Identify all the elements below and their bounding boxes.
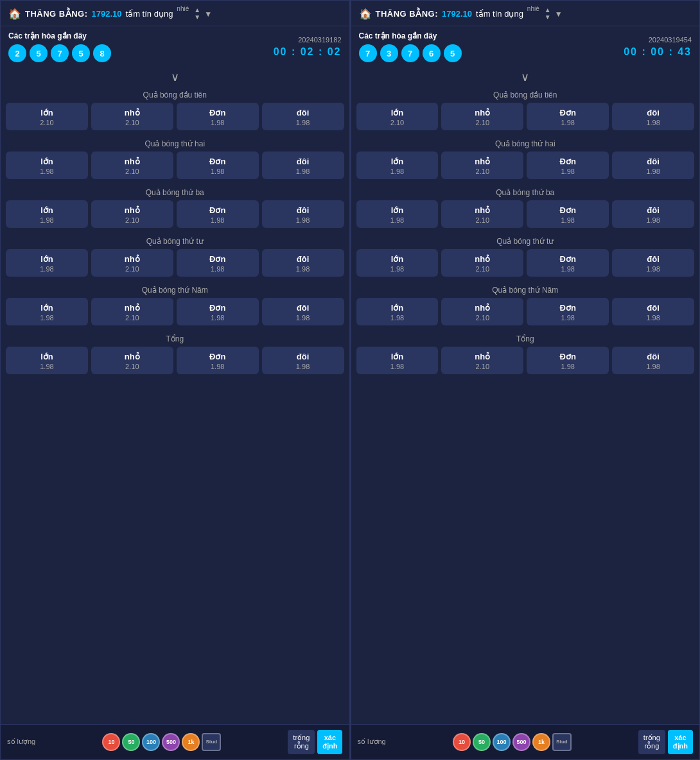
ball: 5 bbox=[444, 44, 462, 62]
bet-label: lớn bbox=[391, 108, 404, 117]
bottom-bar: số lượng10501005001kStudtrốngrỗngxácđịnh bbox=[1, 724, 349, 759]
bet-button-Đơn[interactable]: Đơn 1.98 bbox=[177, 151, 259, 179]
bet-odds: 1.98 bbox=[561, 119, 574, 126]
bet-button-Đơn[interactable]: Đơn 1.98 bbox=[177, 249, 259, 277]
bet-button-Đơn[interactable]: Đơn 1.98 bbox=[527, 347, 609, 374]
bet-button-đôi[interactable]: đôi 1.98 bbox=[612, 103, 694, 130]
bet-section-0: Quả bóng đầu tiên lớn 2.10 nhỏ 2.10 Đơn … bbox=[6, 87, 344, 130]
bet-button-lớn[interactable]: lớn 1.98 bbox=[6, 249, 88, 277]
bet-button-Đơn[interactable]: Đơn 1.98 bbox=[527, 103, 609, 130]
bet-button-Đơn[interactable]: Đơn 1.98 bbox=[177, 103, 259, 130]
bet-button-đôi[interactable]: đôi 1.98 bbox=[262, 347, 344, 374]
bet-button-nhỏ[interactable]: nhỏ 2.10 bbox=[441, 200, 523, 228]
bet-odds: 1.98 bbox=[211, 119, 224, 126]
header-arrows[interactable]: ▲ ▼ bbox=[545, 7, 551, 21]
bet-button-nhỏ[interactable]: nhỏ 2.10 bbox=[441, 249, 523, 277]
xac-dinh-button[interactable]: xácđịnh bbox=[317, 730, 342, 754]
chip-1k[interactable]: 1k bbox=[182, 733, 200, 751]
header-arrows[interactable]: ▲ ▼ bbox=[194, 7, 200, 21]
chip-500[interactable]: 500 bbox=[512, 733, 530, 751]
chevron-row[interactable]: ∨ bbox=[351, 65, 700, 87]
bet-button-nhỏ[interactable]: nhỏ 2.10 bbox=[441, 103, 523, 130]
bet-button-Đơn[interactable]: Đơn 1.98 bbox=[527, 151, 609, 179]
bet-button-đôi[interactable]: đôi 1.98 bbox=[612, 298, 694, 325]
bet-button-Đơn[interactable]: Đơn 1.98 bbox=[527, 200, 609, 228]
bet-odds: 2.10 bbox=[476, 168, 489, 175]
bet-button-lớn[interactable]: lớn 1.98 bbox=[6, 298, 88, 325]
bet-button-đôi[interactable]: đôi 1.98 bbox=[262, 151, 344, 179]
chip-10[interactable]: 10 bbox=[102, 733, 120, 751]
bet-odds: 1.98 bbox=[211, 168, 224, 175]
bet-button-đôi[interactable]: đôi 1.98 bbox=[612, 200, 694, 228]
bet-button-đôi[interactable]: đôi 1.98 bbox=[612, 151, 694, 179]
chevron-row[interactable]: ∨ bbox=[1, 65, 349, 87]
bet-button-đôi[interactable]: đôi 1.98 bbox=[262, 298, 344, 325]
bet-button-lớn[interactable]: lớn 1.98 bbox=[356, 200, 439, 228]
bet-button-nhỏ[interactable]: nhỏ 2.10 bbox=[91, 249, 173, 277]
bet-button-lớn[interactable]: lớn 1.98 bbox=[356, 298, 439, 325]
section-title: Quả bóng thứ hai bbox=[6, 135, 344, 151]
bet-button-lớn[interactable]: lớn 1.98 bbox=[6, 151, 88, 179]
chip-500[interactable]: 500 bbox=[162, 733, 180, 751]
chevron-down-icon[interactable]: ∨ bbox=[171, 70, 179, 84]
chip-Stud[interactable]: Stud bbox=[202, 733, 221, 751]
ball: 8 bbox=[93, 44, 111, 62]
section-title: Tổng bbox=[6, 331, 344, 347]
bet-button-nhỏ[interactable]: nhỏ 2.10 bbox=[91, 151, 173, 179]
bet-button-Đơn[interactable]: Đơn 1.98 bbox=[527, 298, 609, 325]
bet-button-lớn[interactable]: lớn 1.98 bbox=[356, 249, 439, 277]
chip-1k[interactable]: 1k bbox=[532, 733, 550, 751]
bet-label: lớn bbox=[40, 303, 53, 313]
chip-100[interactable]: 100 bbox=[142, 733, 160, 751]
home-icon[interactable]: 🏠 bbox=[8, 8, 21, 20]
bet-button-nhỏ[interactable]: nhỏ 2.10 bbox=[91, 298, 173, 325]
bet-section-1: Quả bóng thứ hai lớn 1.98 nhỏ 2.10 Đơn 1… bbox=[6, 135, 344, 179]
dropdown-arrow[interactable]: ▼ bbox=[555, 10, 563, 19]
bet-button-lớn[interactable]: lớn 2.10 bbox=[356, 103, 439, 130]
trong-rong-button[interactable]: trốngrỗng bbox=[638, 730, 665, 754]
chip-50[interactable]: 50 bbox=[473, 733, 491, 751]
bet-label: nhỏ bbox=[125, 352, 140, 361]
bet-button-nhỏ[interactable]: nhỏ 2.10 bbox=[91, 103, 173, 130]
bet-button-Đơn[interactable]: Đơn 1.98 bbox=[177, 298, 259, 325]
bet-button-lớn[interactable]: lớn 1.98 bbox=[6, 347, 88, 374]
chip-10[interactable]: 10 bbox=[453, 733, 471, 751]
dropdown-arrow[interactable]: ▼ bbox=[204, 10, 212, 19]
bet-button-Đơn[interactable]: Đơn 1.98 bbox=[177, 200, 259, 228]
bet-label: đôi bbox=[297, 108, 310, 117]
bet-button-nhỏ[interactable]: nhỏ 2.10 bbox=[441, 151, 523, 179]
chip-row: 10501005001kStud bbox=[102, 733, 221, 751]
bet-button-nhỏ[interactable]: nhỏ 2.10 bbox=[441, 347, 523, 374]
chevron-down-icon[interactable]: ∨ bbox=[521, 70, 529, 84]
bet-button-nhỏ[interactable]: nhỏ 2.10 bbox=[91, 347, 173, 374]
bet-button-đôi[interactable]: đôi 1.98 bbox=[612, 347, 694, 374]
bet-label: Đơn bbox=[209, 108, 225, 117]
bet-section-3: Quả bóng thứ tư lớn 1.98 nhỏ 2.10 Đơn 1.… bbox=[6, 233, 344, 277]
home-icon[interactable]: 🏠 bbox=[359, 8, 372, 20]
bet-button-đôi[interactable]: đôi 1.98 bbox=[612, 249, 694, 277]
bet-odds: 1.98 bbox=[390, 314, 404, 322]
section-title: Quả bóng thứ Năm bbox=[356, 282, 695, 298]
chip-Stud[interactable]: Stud bbox=[552, 733, 572, 751]
bet-button-Đơn[interactable]: Đơn 1.98 bbox=[527, 249, 609, 277]
xac-dinh-button[interactable]: xácđịnh bbox=[668, 730, 693, 754]
bet-button-lớn[interactable]: lớn 1.98 bbox=[356, 151, 439, 179]
bet-button-lớn[interactable]: lớn 2.10 bbox=[6, 103, 88, 130]
timer: 00 : 02 : 02 bbox=[274, 46, 342, 58]
bet-buttons: lớn 1.98 nhỏ 2.10 Đơn 1.98 đôi 1.98 bbox=[6, 298, 344, 325]
trong-rong-button[interactable]: trốngrỗng bbox=[288, 730, 315, 754]
bet-button-đôi[interactable]: đôi 1.98 bbox=[262, 200, 344, 228]
bet-odds: 1.98 bbox=[40, 168, 53, 175]
bet-button-nhỏ[interactable]: nhỏ 2.10 bbox=[441, 298, 523, 325]
bet-button-nhỏ[interactable]: nhỏ 2.10 bbox=[91, 200, 173, 228]
bet-odds: 1.98 bbox=[646, 119, 660, 126]
bet-button-Đơn[interactable]: Đơn 1.98 bbox=[177, 347, 259, 374]
bet-button-đôi[interactable]: đôi 1.98 bbox=[262, 249, 344, 277]
bet-buttons: lớn 2.10 nhỏ 2.10 Đơn 1.98 đôi 1.98 bbox=[356, 103, 695, 130]
chip-100[interactable]: 100 bbox=[493, 733, 511, 751]
bet-label: nhỏ bbox=[125, 157, 140, 166]
chip-50[interactable]: 50 bbox=[122, 733, 140, 751]
bet-button-lớn[interactable]: lớn 1.98 bbox=[6, 200, 88, 228]
bet-button-lớn[interactable]: lớn 1.98 bbox=[356, 347, 439, 374]
bet-button-đôi[interactable]: đôi 1.98 bbox=[262, 103, 344, 130]
